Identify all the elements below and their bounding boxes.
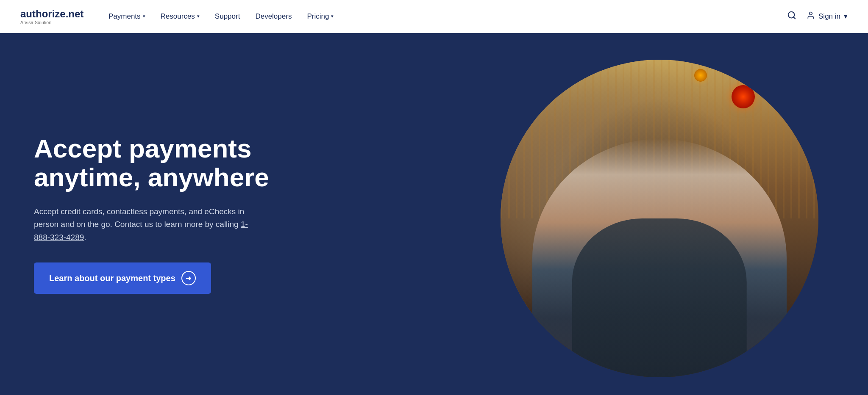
search-button[interactable] — [787, 11, 796, 22]
header-actions: Sign in ▾ — [787, 11, 848, 22]
chevron-down-icon: ▾ — [197, 14, 200, 19]
logo-tagline: A Visa Solution — [20, 20, 88, 25]
hero-description: Accept credit cards, contactless payment… — [34, 205, 254, 244]
apron-overlay — [572, 218, 747, 377]
nav-item-pricing[interactable]: Pricing ▾ — [307, 12, 334, 21]
hero-image-circle — [501, 60, 818, 377]
svg-point-2 — [810, 12, 812, 15]
signin-button[interactable]: Sign in ▾ — [807, 11, 848, 22]
chevron-down-icon: ▾ — [331, 14, 334, 19]
hero-image-area — [417, 33, 868, 395]
hero-image-inner — [501, 60, 818, 377]
search-icon — [787, 11, 796, 22]
logo-area: authorize.net A Visa Solution — [20, 8, 88, 25]
logo-brand: authorize.net — [20, 8, 83, 20]
logo[interactable]: authorize.net — [20, 8, 88, 20]
nav-item-developers[interactable]: Developers — [255, 12, 292, 21]
cta-button[interactable]: Learn about our payment types ➜ — [34, 262, 211, 294]
svg-line-1 — [793, 17, 795, 19]
nav-item-resources[interactable]: Resources ▾ — [161, 12, 200, 21]
arrow-circle-icon: ➜ — [181, 271, 196, 285]
main-nav: Payments ▾ Resources ▾ Support Developer… — [108, 12, 787, 21]
hero-title: Accept payments anytime, anywhere — [34, 134, 288, 192]
hero-content: Accept payments anytime, anywhere Accept… — [34, 134, 288, 294]
chevron-down-icon: ▾ — [143, 14, 145, 19]
decorative-light-amber — [694, 69, 707, 82]
chevron-down-icon: ▾ — [844, 12, 848, 21]
hero-section: Accept payments anytime, anywhere Accept… — [0, 33, 868, 395]
nav-item-payments[interactable]: Payments ▾ — [108, 12, 145, 21]
decorative-light-red — [732, 85, 755, 108]
person-icon — [807, 11, 815, 22]
site-header: authorize.net A Visa Solution Payments ▾… — [0, 0, 868, 33]
nav-item-support[interactable]: Support — [215, 12, 240, 21]
